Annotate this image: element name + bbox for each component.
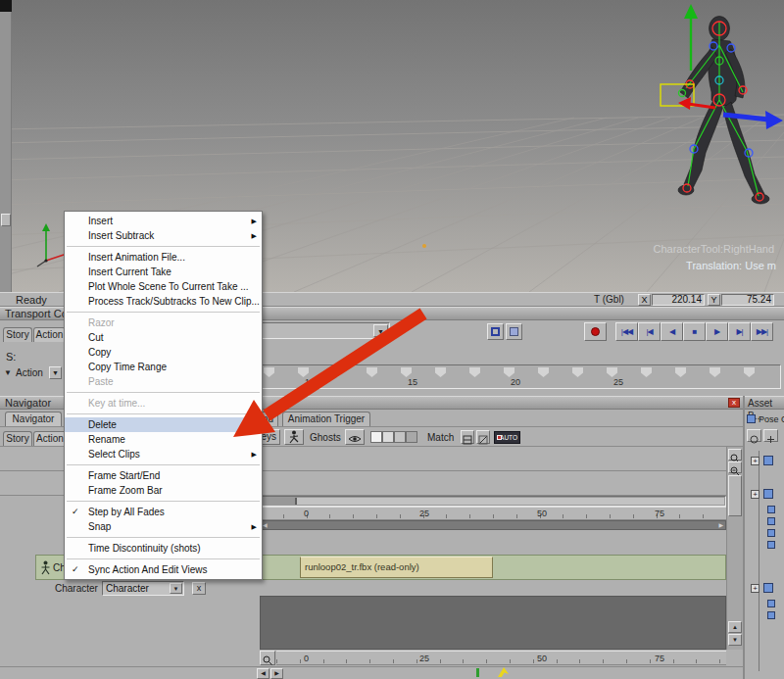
frame-marker-icon[interactable] <box>367 367 377 377</box>
menu-item-rename[interactable]: Rename <box>65 432 262 447</box>
transport-step-forward-button[interactable]: ▶| <box>728 322 751 341</box>
match-option-button[interactable] <box>461 430 474 444</box>
timeline-pan-bar[interactable]: ◀ ▶ <box>260 520 726 530</box>
close-button[interactable]: x <box>728 398 740 408</box>
current-time-marker[interactable] <box>476 668 479 677</box>
menu-item-ins​ert-animation-file[interactable]: Insert Animation File... <box>65 250 262 265</box>
menu-item-frame-zoom-bar[interactable]: Frame Zoom Bar <box>65 483 262 498</box>
menu-item-select-clips[interactable]: Select Clips▶ <box>65 447 262 461</box>
frame-marker-icon[interactable] <box>504 367 514 377</box>
tab-animation-trigger[interactable]: Animation Trigger <box>282 412 370 426</box>
edit-timeline-ruler[interactable]: 0 25 50 75 <box>276 651 726 665</box>
remove-character-button[interactable]: x <box>192 582 206 595</box>
scroll-up-button[interactable]: ▲ <box>728 621 742 633</box>
ghost-shade-swatch[interactable] <box>406 431 417 443</box>
asset-panel-header[interactable]: Asset B... <box>745 396 784 410</box>
menu-item-frame-start-end[interactable]: Frame Start/End <box>65 468 262 483</box>
pan-right-icon[interactable]: ▶ <box>718 521 723 529</box>
frame-marker-icon[interactable] <box>298 367 309 377</box>
transport-play-button[interactable]: ▶ <box>706 322 728 341</box>
tree-expand-icon[interactable]: + <box>751 457 760 465</box>
tree-node[interactable] <box>767 541 775 549</box>
tree-node[interactable] <box>767 611 775 619</box>
pan-left-icon[interactable]: ◀ <box>263 521 268 529</box>
frame-zoom-bar[interactable] <box>260 496 726 507</box>
viewport-strip-button[interactable] <box>1 214 11 226</box>
dropdown-arrow-icon[interactable]: ▼ <box>373 324 388 337</box>
subtab-action[interactable]: Action <box>33 431 67 446</box>
frame-marker-icon[interactable] <box>641 367 652 377</box>
coord-x-value[interactable]: 220.14 <box>652 294 705 306</box>
tree-node[interactable] <box>763 489 773 499</box>
tab-action[interactable]: Action <box>33 327 66 342</box>
frame-marker-icon[interactable] <box>435 367 446 377</box>
coord-x-label[interactable]: X <box>638 294 651 306</box>
transport-goto-start-button[interactable]: |◀◀ <box>615 322 638 341</box>
frame-marker-icon[interactable] <box>744 367 755 377</box>
auto-key-button[interactable]: AUTO <box>494 431 520 444</box>
frame-marker-icon[interactable] <box>469 367 480 377</box>
frame-marker-icon[interactable] <box>572 367 583 377</box>
menu-item-snap[interactable]: Snap▶ <box>65 519 262 534</box>
bottom-zoom-button[interactable] <box>260 651 275 665</box>
menu-item-sync-action-edit-views[interactable]: ✓Sync Action And Edit Views <box>65 562 262 577</box>
menu-item-copy[interactable]: Copy <box>65 345 262 360</box>
transport-stop-button[interactable]: ■ <box>683 322 706 341</box>
collapse-arrow-icon[interactable]: ▼ <box>4 368 12 377</box>
menu-item-process-track[interactable]: Process Track/Subtracks To New Clip... <box>65 294 262 309</box>
zoom-sel-button[interactable] <box>728 461 742 473</box>
toggle-b-button[interactable] <box>506 323 522 340</box>
coord-y-label[interactable]: Y <box>708 294 720 306</box>
frame-marker-icon[interactable] <box>607 367 617 377</box>
character-model[interactable] <box>635 2 784 223</box>
transport-goto-end-button[interactable]: ▶▶| <box>751 322 773 341</box>
edit-track-area[interactable] <box>260 596 726 650</box>
tree-node[interactable] <box>763 583 773 593</box>
match-option-button-2[interactable] <box>476 430 490 444</box>
menu-item-step-by-all-fades[interactable]: ✓Step by All Fades <box>65 505 262 519</box>
asset-tool-button-2[interactable] <box>763 429 778 442</box>
ghost-visibility-button[interactable] <box>345 429 365 445</box>
viewport-corner-icon[interactable] <box>0 0 12 12</box>
menu-item-delete[interactable]: Delete <box>65 417 262 432</box>
coord-y-value[interactable]: 75.24 <box>721 294 774 306</box>
menu-item-cut[interactable]: Cut <box>65 330 262 345</box>
tree-node[interactable] <box>763 456 773 465</box>
menu-item-insert[interactable]: Insert▶ <box>65 214 262 228</box>
pose-controls-row[interactable]: Pose C... <box>747 413 784 425</box>
tree-expand-icon[interactable]: + <box>751 490 760 499</box>
hscroll-right-button[interactable]: ▶ <box>270 668 283 679</box>
toggle-a-button[interactable] <box>487 323 504 340</box>
tree-node[interactable] <box>767 600 775 607</box>
transport-play-reverse-button[interactable]: ◀ <box>661 322 683 341</box>
tree-node[interactable] <box>767 506 775 513</box>
story-timeline-ruler[interactable]: 0 25 50 75 <box>260 507 726 520</box>
asset-tool-button[interactable] <box>747 429 761 442</box>
tab-navigator[interactable]: Navigator <box>5 412 62 426</box>
ghost-shade-swatch[interactable] <box>382 431 394 443</box>
menu-item-plot-whole-scene[interactable]: Plot Whole Scene To Current Take ... <box>65 279 262 294</box>
frame-marker-icon[interactable] <box>264 367 274 377</box>
frame-marker-icon[interactable] <box>401 367 412 377</box>
tree-node[interactable] <box>767 517 775 525</box>
scroll-down-button[interactable]: ▼ <box>728 634 742 646</box>
vertical-scrollbar[interactable]: ▲ ▼ <box>726 447 743 650</box>
combo-dropdown-icon[interactable]: ▼ <box>170 583 182 594</box>
frame-marker-icon[interactable] <box>332 367 343 377</box>
hscroll-left-button[interactable]: ◀ <box>257 668 270 679</box>
ghost-shade-swatch[interactable] <box>370 431 382 443</box>
action-combo-arrow[interactable]: ▼ <box>49 366 62 379</box>
frame-marker-icon[interactable] <box>710 367 720 377</box>
zoom-fit-button[interactable] <box>728 449 742 461</box>
scrollbar-thumb[interactable] <box>728 475 742 516</box>
zoom-bar-range[interactable] <box>295 498 724 505</box>
story-clip[interactable]: runloop02_tr.fbx (read-only) <box>300 557 493 578</box>
ghost-shade-swatch[interactable] <box>394 431 406 443</box>
menu-item-copy-time-range[interactable]: Copy Time Range <box>65 360 262 374</box>
tree-expand-icon[interactable]: + <box>751 584 760 593</box>
character-combo[interactable]: Character ▼ <box>102 581 184 596</box>
tab-story[interactable]: Story <box>3 327 32 342</box>
transport-step-back-button[interactable]: |◀ <box>638 322 661 341</box>
ghost-walk-button[interactable] <box>284 429 304 445</box>
menu-item-time-discontinuity[interactable]: Time Discontinuity (shots) <box>65 541 262 556</box>
